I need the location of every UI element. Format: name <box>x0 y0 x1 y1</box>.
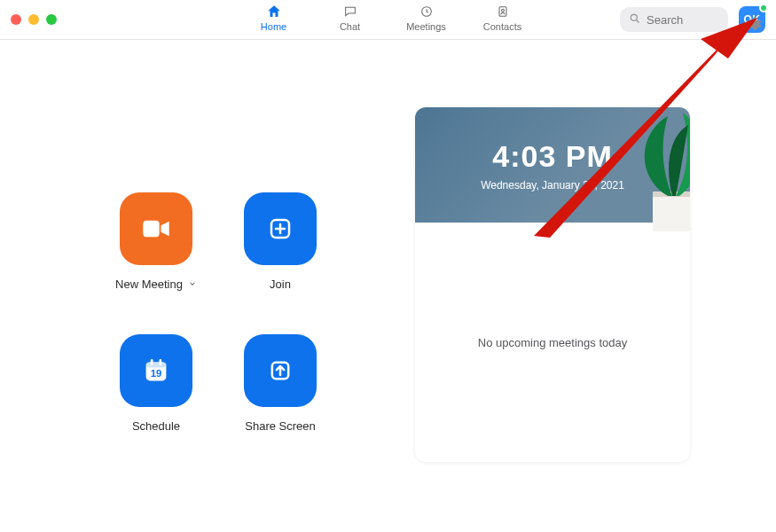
svg-rect-9 <box>160 359 162 365</box>
svg-rect-11 <box>653 192 690 231</box>
action-grid: New Meeting Join <box>94 192 342 467</box>
titlebar-right: OK <box>620 6 765 33</box>
upcoming-card: 4:03 PM Wednesday, January 27, 2021 No u… <box>415 107 690 462</box>
contacts-icon <box>495 4 511 20</box>
window-controls <box>11 14 57 25</box>
upcoming-empty-state: No upcoming meetings today <box>415 223 690 462</box>
close-window-button[interactable] <box>11 14 21 25</box>
action-label: Share Screen <box>245 419 316 433</box>
chat-icon <box>342 4 358 20</box>
svg-point-2 <box>501 9 504 12</box>
search-icon <box>629 12 641 27</box>
video-icon <box>120 192 192 265</box>
action-label: New Meeting <box>115 278 183 291</box>
clock-icon <box>419 4 435 20</box>
titlebar: Home Chat Meetings Contacts <box>0 0 776 40</box>
home-icon <box>266 4 282 20</box>
schedule-button[interactable]: 19 Schedule <box>94 334 218 467</box>
tab-label: Chat <box>340 21 360 32</box>
share-screen-button[interactable]: Share Screen <box>218 334 342 467</box>
action-label: Join <box>270 278 291 291</box>
zoom-window-button[interactable] <box>46 14 57 25</box>
chevron-down-icon[interactable] <box>188 278 197 291</box>
actions-pane: New Meeting Join <box>0 40 415 532</box>
svg-rect-7 <box>146 362 167 367</box>
share-up-icon <box>244 334 317 407</box>
presence-indicator <box>759 4 768 12</box>
tab-label: Meetings <box>406 21 446 32</box>
tab-meetings[interactable]: Meetings <box>405 4 448 32</box>
plant-illustration <box>584 107 690 231</box>
action-label: Schedule <box>132 419 180 433</box>
calendar-icon: 19 <box>120 334 192 407</box>
tab-label: Home <box>261 21 286 32</box>
empty-state-text: No upcoming meetings today <box>478 336 627 349</box>
search-box[interactable] <box>620 7 728 32</box>
tab-chat[interactable]: Chat <box>329 4 372 32</box>
tab-contacts[interactable]: Contacts <box>482 4 524 32</box>
main-nav: Home Chat Meetings Contacts <box>253 0 524 39</box>
tab-label: Contacts <box>483 21 521 32</box>
card-hero: 4:03 PM Wednesday, January 27, 2021 <box>415 107 690 223</box>
calendar-day-number: 19 <box>151 368 162 379</box>
search-input[interactable] <box>647 13 717 27</box>
svg-point-3 <box>631 14 637 20</box>
plus-icon <box>244 192 317 265</box>
settings-button[interactable] <box>746 16 762 32</box>
tab-home[interactable]: Home <box>253 4 295 32</box>
minimize-window-button[interactable] <box>28 14 39 25</box>
svg-rect-4 <box>143 221 159 237</box>
content-area: New Meeting Join <box>0 40 776 532</box>
new-meeting-button[interactable]: New Meeting <box>94 192 218 325</box>
join-button[interactable]: Join <box>218 192 342 325</box>
dashboard-pane: 4:03 PM Wednesday, January 27, 2021 No u… <box>415 40 776 532</box>
svg-rect-8 <box>151 359 153 365</box>
